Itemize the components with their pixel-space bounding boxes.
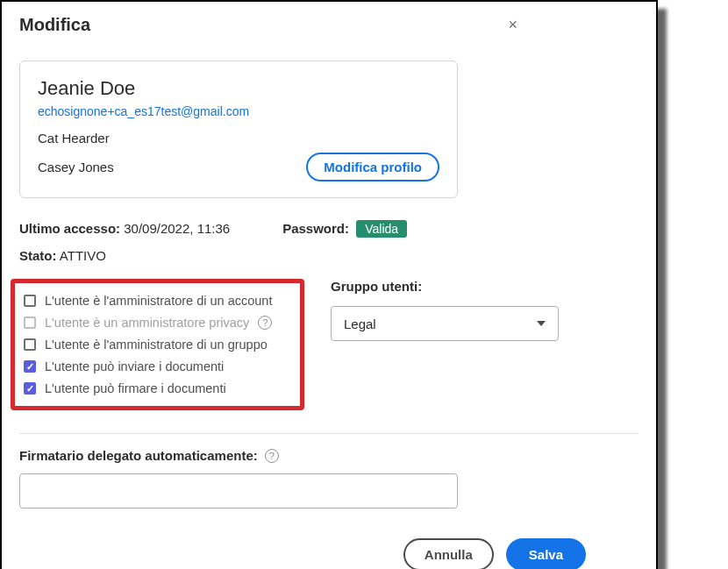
permission-label: L'utente è l'amministratore di un gruppo — [45, 338, 268, 352]
user-group-label: Gruppo utenti: — [331, 279, 559, 294]
user-group-selected: Legal — [344, 317, 376, 331]
close-button[interactable]: × — [501, 12, 525, 38]
modal-content: Jeanie Doe echosignone+ca_es17test@gmail… — [2, 60, 656, 569]
state-label: Stato: — [19, 248, 57, 263]
divider — [19, 433, 639, 434]
permission-row: L'utente è l'amministratore di un accoun… — [24, 294, 288, 308]
state-row: Stato: ATTIVO — [19, 248, 639, 263]
profile-card: Jeanie Doe echosignone+ca_es17test@gmail… — [19, 60, 458, 198]
permission-checkbox — [24, 317, 36, 329]
profile-title: Cat Hearder — [38, 131, 439, 146]
chevron-down-icon — [537, 321, 546, 326]
profile-company: Casey Jones — [38, 160, 114, 174]
permission-checkbox[interactable] — [24, 360, 36, 373]
state-value: ATTIVO — [60, 248, 106, 263]
permission-checkbox[interactable] — [24, 382, 36, 395]
user-group-column: Gruppo utenti: Legal — [331, 279, 559, 341]
password-status: Password: Valida — [282, 221, 407, 236]
password-badge: Valida — [356, 220, 407, 238]
permission-label: L'utente è l'amministratore di un accoun… — [45, 294, 272, 308]
permission-row: L'utente è un amministratore privacy? — [24, 316, 288, 330]
modal-footer: Annulla Salva — [19, 538, 639, 569]
permission-row: L'utente può firmare i documenti — [24, 381, 288, 395]
last-access: Ultimo accesso: 30/09/2022, 11:36 — [19, 221, 230, 236]
help-icon[interactable]: ? — [258, 316, 272, 330]
permission-row: L'utente può inviare i documenti — [24, 359, 288, 373]
edit-user-modal: Modifica × Jeanie Doe echosignone+ca_es1… — [0, 0, 658, 569]
modal-header: Modifica × — [2, 2, 656, 48]
permission-label: L'utente può inviare i documenti — [45, 359, 224, 373]
password-label: Password: — [282, 221, 349, 236]
permission-row: L'utente è l'amministratore di un gruppo — [24, 338, 288, 352]
last-access-label: Ultimo accesso: — [19, 221, 120, 236]
profile-email-link[interactable]: echosignone+ca_es17test@gmail.com — [38, 104, 249, 118]
user-group-select[interactable]: Legal — [331, 306, 559, 341]
edit-profile-button[interactable]: Modifica profilo — [306, 153, 439, 181]
last-access-value: 30/09/2022, 11:36 — [124, 221, 230, 236]
permission-checkbox[interactable] — [24, 338, 36, 351]
permission-label: L'utente è un amministratore privacy — [45, 316, 249, 330]
save-button[interactable]: Salva — [506, 538, 586, 569]
delegate-label: Firmatario delegato automaticamente: — [19, 448, 258, 463]
permissions-box: L'utente è l'amministratore di un accoun… — [11, 279, 304, 410]
help-icon[interactable]: ? — [265, 449, 279, 463]
permission-checkbox[interactable] — [24, 295, 36, 307]
profile-name: Jeanie Doe — [38, 77, 439, 100]
cancel-button[interactable]: Annulla — [403, 538, 494, 569]
meta-row: Ultimo accesso: 30/09/2022, 11:36 Passwo… — [19, 221, 639, 236]
delegate-row: Firmatario delegato automaticamente: ? — [19, 448, 639, 463]
delegate-input[interactable] — [19, 473, 458, 509]
modal-title: Modifica — [19, 15, 90, 35]
permission-label: L'utente può firmare i documenti — [45, 381, 226, 395]
